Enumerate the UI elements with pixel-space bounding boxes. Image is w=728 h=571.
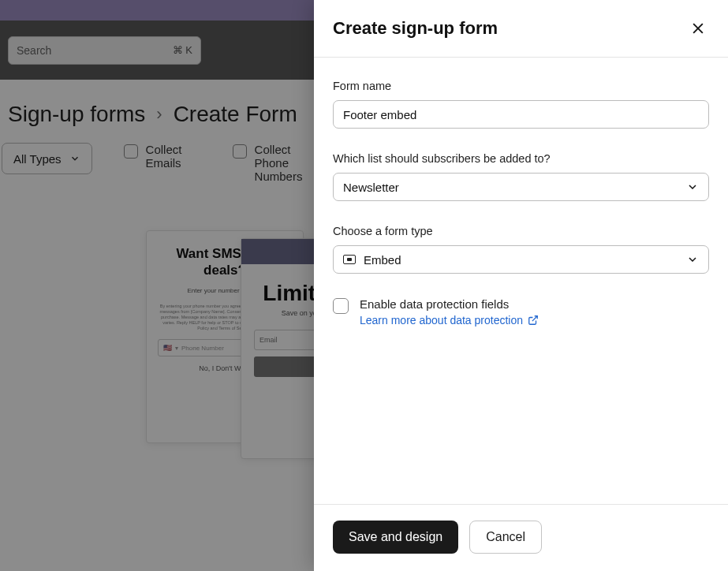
- form-name-label: Form name: [333, 80, 709, 92]
- create-signup-form-modal: Create sign-up form Form name Which list…: [314, 0, 728, 571]
- learn-more-text: Learn more about data protection: [360, 314, 523, 327]
- external-link-icon: [528, 315, 539, 326]
- list-selected-value: Newsletter: [343, 181, 399, 194]
- list-select[interactable]: Newsletter: [333, 173, 709, 201]
- list-field: Which list should subscribers be added t…: [333, 152, 709, 201]
- form-name-field: Form name: [333, 80, 709, 129]
- data-protection-title: Enable data protection fields: [360, 297, 539, 311]
- modal-footer: Save and design Cancel: [314, 505, 728, 571]
- close-icon: [690, 21, 706, 36]
- modal-header: Create sign-up form: [314, 0, 728, 58]
- chevron-down-icon: [686, 253, 699, 266]
- learn-more-link[interactable]: Learn more about data protection: [360, 314, 539, 327]
- list-label: Which list should subscribers be added t…: [333, 152, 709, 165]
- save-and-design-button[interactable]: Save and design: [333, 521, 458, 554]
- embed-icon: [343, 255, 356, 264]
- chevron-down-icon: [686, 181, 699, 193]
- data-protection-text: Enable data protection fields Learn more…: [360, 297, 539, 327]
- form-type-select[interactable]: Embed: [333, 245, 709, 274]
- data-protection-field: Enable data protection fields Learn more…: [333, 297, 709, 327]
- cancel-button[interactable]: Cancel: [469, 521, 542, 554]
- modal-body: Form name Which list should subscribers …: [314, 58, 728, 505]
- form-type-label: Choose a form type: [333, 225, 709, 237]
- form-type-selected-value: Embed: [364, 253, 401, 267]
- data-protection-checkbox[interactable]: [333, 298, 349, 314]
- close-button[interactable]: [687, 17, 709, 39]
- modal-title: Create sign-up form: [333, 18, 498, 39]
- form-name-input[interactable]: [333, 100, 709, 129]
- form-type-field: Choose a form type Embed: [333, 225, 709, 274]
- svg-line-2: [532, 316, 537, 321]
